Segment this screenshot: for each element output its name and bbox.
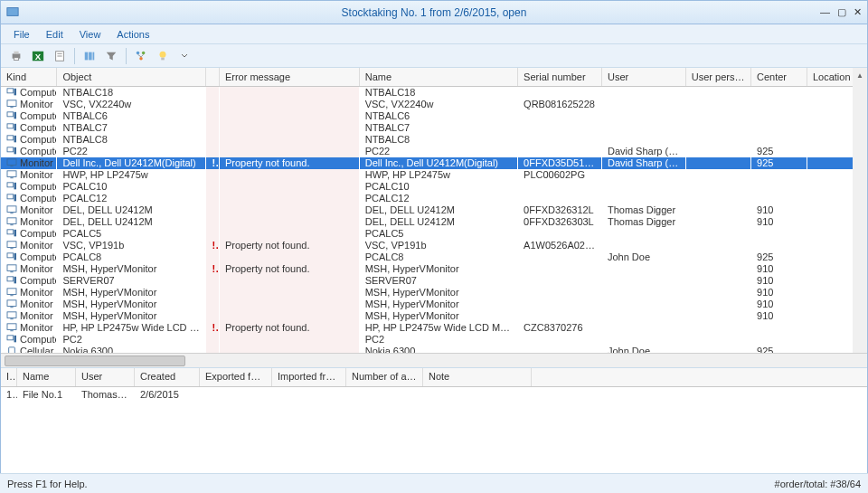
cell-persona bbox=[685, 346, 750, 354]
main-grid[interactable]: Kind Object Error message Name Serial nu… bbox=[1, 68, 867, 353]
table-row[interactable]: ComputerNTBALC7NTBALC7 bbox=[1, 122, 867, 134]
col-index[interactable]: I.. bbox=[1, 368, 17, 386]
table-row[interactable]: ComputerSERVER07SERVER07910 bbox=[1, 275, 867, 287]
horizontal-scrollbar[interactable] bbox=[1, 353, 867, 367]
filter-button[interactable] bbox=[101, 47, 121, 65]
cell-name: MSH, HyperVMonitor bbox=[359, 263, 517, 275]
cell-kind: Computer bbox=[1, 275, 57, 287]
col-name[interactable]: Name bbox=[359, 68, 517, 86]
table-row[interactable]: MonitorDEL, DELL U2412MDEL, DELL U2412M0… bbox=[1, 216, 867, 228]
vertical-scrollbar[interactable]: ▲ bbox=[853, 68, 867, 353]
col-kind[interactable]: Kind bbox=[1, 68, 57, 86]
table-row[interactable]: ComputerPCALC12PCALC12 bbox=[1, 193, 867, 204]
col-created[interactable]: Created bbox=[135, 368, 200, 386]
svg-rect-18 bbox=[161, 57, 165, 60]
cell-serial bbox=[518, 334, 602, 346]
table-row[interactable]: ComputerPCALC10PCALC10 bbox=[1, 181, 867, 193]
cell-persona bbox=[685, 110, 750, 122]
col-serial[interactable]: Serial number bbox=[518, 68, 602, 86]
maximize-button[interactable]: ▢ bbox=[837, 6, 846, 18]
table-row[interactable]: ComputerPCALC5PCALC5 bbox=[1, 228, 867, 240]
cell-error bbox=[219, 193, 359, 204]
error-icon bbox=[206, 310, 219, 322]
svg-rect-32 bbox=[10, 166, 13, 166]
cell-error bbox=[219, 299, 359, 310]
col-file-user[interactable]: User bbox=[76, 368, 135, 386]
cell-user bbox=[601, 263, 685, 275]
tree-button[interactable] bbox=[131, 47, 151, 65]
cell-kind: Monitor bbox=[1, 240, 57, 251]
cell-kind: Computer bbox=[1, 181, 57, 193]
error-icon: ! bbox=[206, 240, 219, 251]
col-err-icon[interactable] bbox=[206, 68, 219, 86]
cell-created: 2/6/2015 bbox=[135, 387, 200, 402]
table-row[interactable]: MonitorVSC, VX2240wVSC, VX2240wQRB081625… bbox=[1, 99, 867, 110]
table-row[interactable]: ComputerNTBALC18NTBALC18 bbox=[1, 86, 867, 99]
grid-header-row[interactable]: Kind Object Error message Name Serial nu… bbox=[1, 68, 867, 86]
col-imported[interactable]: Imported from ... bbox=[272, 368, 346, 386]
error-icon bbox=[206, 122, 219, 134]
col-error[interactable]: Error message bbox=[219, 68, 359, 86]
table-row[interactable]: MonitorMSH, HyperVMonitorMSH, HyperVMoni… bbox=[1, 287, 867, 299]
cell-user: Thomas Di... bbox=[76, 387, 135, 402]
table-row[interactable]: MonitorVSC, VP191b!Property not found.VS… bbox=[1, 240, 867, 251]
col-number[interactable]: Number of ass... bbox=[346, 368, 423, 386]
cell-kind: Monitor bbox=[1, 287, 57, 299]
table-row[interactable]: MonitorDell Inc., Dell U2412M(Digital)!P… bbox=[1, 157, 867, 169]
files-header-row[interactable]: I.. Name User Created Exported for re...… bbox=[1, 368, 867, 387]
svg-rect-9 bbox=[85, 52, 89, 60]
menu-bar: File Edit View Actions bbox=[1, 24, 867, 44]
col-persona[interactable]: User persona... bbox=[685, 68, 750, 86]
menu-edit[interactable]: Edit bbox=[39, 26, 71, 43]
menu-actions[interactable]: Actions bbox=[109, 26, 156, 43]
excel-button[interactable]: X bbox=[28, 47, 48, 65]
svg-rect-45 bbox=[7, 242, 16, 248]
cell-error bbox=[219, 110, 359, 122]
col-exported[interactable]: Exported for re... bbox=[200, 368, 272, 386]
menu-view[interactable]: View bbox=[72, 26, 108, 43]
cell-name: MSH, HyperVMonitor bbox=[359, 299, 517, 310]
svg-rect-37 bbox=[7, 194, 14, 199]
cell-user bbox=[601, 310, 685, 322]
col-note[interactable]: Note bbox=[423, 368, 532, 386]
svg-rect-54 bbox=[10, 295, 13, 296]
table-row[interactable]: MonitorHP, HP LP2475w Wide LCD Monitor!P… bbox=[1, 322, 867, 334]
svg-rect-52 bbox=[14, 277, 17, 284]
close-button[interactable]: ✕ bbox=[854, 6, 862, 18]
report-button[interactable] bbox=[50, 47, 70, 65]
cell-user bbox=[601, 299, 685, 310]
cell-object: NTBALC7 bbox=[57, 122, 206, 134]
col-user[interactable]: User bbox=[601, 68, 685, 86]
cell-error bbox=[219, 204, 359, 216]
cell-object: Nokia 6300 bbox=[57, 346, 206, 354]
table-row[interactable]: ComputerPC22PC22David Sharp (Demo)925 bbox=[1, 146, 867, 157]
error-icon bbox=[206, 146, 219, 157]
table-row[interactable]: ComputerNTBALC6NTBALC6 bbox=[1, 110, 867, 122]
bulb-button[interactable] bbox=[153, 47, 173, 65]
cell-name: PC2 bbox=[359, 334, 517, 346]
cell-user: Thomas Digger bbox=[601, 216, 685, 228]
minimize-button[interactable]: — bbox=[820, 6, 830, 18]
dropdown-button[interactable] bbox=[175, 47, 194, 65]
col-center[interactable]: Center bbox=[751, 68, 807, 86]
cell-user: John Doe bbox=[601, 251, 685, 263]
col-object[interactable]: Object bbox=[57, 68, 206, 86]
table-row[interactable]: ComputerPCALC8PCALC8John Doe925 bbox=[1, 251, 867, 263]
cell-user: David Sharp (Demo) bbox=[601, 157, 685, 169]
cell-error bbox=[219, 251, 359, 263]
table-row[interactable]: MonitorMSH, HyperVMonitor!Property not f… bbox=[1, 263, 867, 275]
table-row[interactable]: MonitorDEL, DELL U2412MDEL, DELL U2412M0… bbox=[1, 204, 867, 216]
columns-button[interactable] bbox=[80, 47, 99, 65]
print-button[interactable] bbox=[6, 47, 26, 65]
table-row[interactable]: ComputerPC2PC2 bbox=[1, 334, 867, 346]
cell-kind: Monitor bbox=[1, 99, 57, 110]
table-row[interactable]: Cellular ...Nokia 6300Nokia 6300John Doe… bbox=[1, 346, 867, 354]
cell-serial bbox=[518, 122, 602, 134]
menu-file[interactable]: File bbox=[6, 26, 37, 43]
table-row[interactable]: MonitorMSH, HyperVMonitorMSH, HyperVMoni… bbox=[1, 299, 867, 310]
file-row[interactable]: 1 File No.1 Thomas Di... 2/6/2015 bbox=[1, 387, 867, 402]
table-row[interactable]: MonitorHWP, HP LP2475wHWP, HP LP2475wPLC… bbox=[1, 169, 867, 181]
col-file-name[interactable]: Name bbox=[17, 368, 76, 386]
table-row[interactable]: ComputerNTBALC8NTBALC8 bbox=[1, 134, 867, 146]
table-row[interactable]: MonitorMSH, HyperVMonitorMSH, HyperVMoni… bbox=[1, 310, 867, 322]
